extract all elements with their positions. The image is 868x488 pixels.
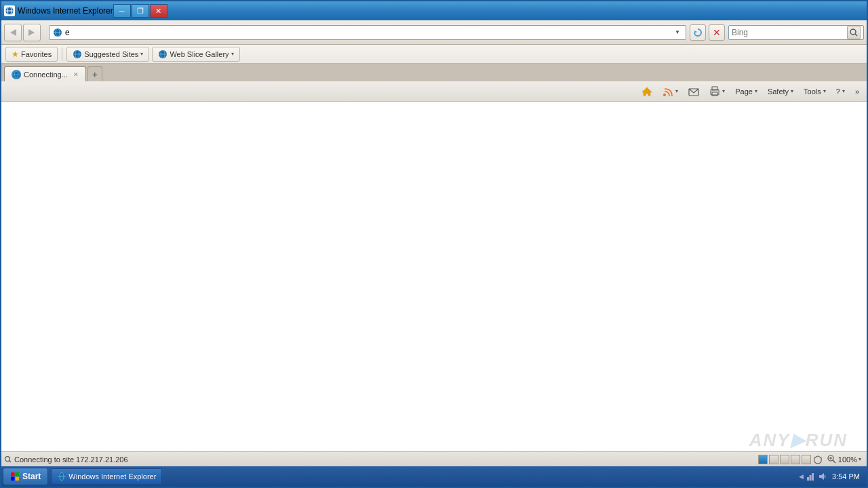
ie-icon: [4, 5, 15, 16]
print-dropdown-icon[interactable]: ▾: [722, 88, 725, 94]
address-input[interactable]: [65, 28, 672, 37]
tools-label: Tools: [804, 87, 821, 96]
star-icon: ★: [12, 49, 19, 59]
start-label: Start: [22, 472, 41, 481]
svg-marker-8: [694, 30, 697, 33]
taskbar-items: Windows Internet Explorer: [51, 468, 796, 485]
help-button[interactable]: ? ▾: [831, 83, 850, 100]
svg-marker-3: [10, 29, 16, 36]
feeds-icon: [663, 86, 673, 97]
svg-rect-41: [812, 473, 814, 481]
page-area: [1, 102, 867, 451]
toolbar: ▾ ▾ Page ▾ Safety ▾ Tools ▾: [1, 81, 867, 102]
status-text-area: Connecting to site 172.217.21.206: [4, 455, 758, 464]
svg-line-10: [855, 34, 857, 36]
start-button[interactable]: Start: [3, 468, 48, 485]
print-button[interactable]: ▾: [705, 83, 730, 100]
svg-point-26: [5, 456, 10, 461]
tab-close-icon[interactable]: ✕: [73, 71, 79, 78]
network-tray-icon[interactable]: [805, 471, 816, 482]
title-controls: ─ ❐ ✕: [113, 4, 167, 18]
security-icon: [814, 455, 822, 464]
home-button[interactable]: [637, 83, 657, 100]
progress-area: [758, 455, 811, 464]
security-zone-button[interactable]: [811, 455, 825, 464]
tab-bar: Connecting... ✕ +: [1, 64, 867, 81]
restore-button[interactable]: ❐: [132, 4, 149, 18]
svg-point-9: [850, 29, 856, 35]
address-ie-icon: [52, 27, 63, 38]
refresh-button[interactable]: [690, 24, 706, 41]
forward-button[interactable]: [23, 24, 41, 41]
favorites-label: Favorites: [21, 50, 52, 58]
title-text: Windows Internet Explorer: [18, 6, 113, 16]
svg-rect-34: [11, 477, 15, 481]
tools-dropdown-icon[interactable]: ▾: [823, 88, 826, 94]
search-container: [728, 25, 864, 40]
mail-icon: [688, 86, 699, 97]
address-bar-container: ▼: [49, 25, 686, 40]
safety-button[interactable]: Safety ▾: [763, 83, 798, 100]
web-slice-dropdown[interactable]: ▾: [231, 51, 234, 57]
stop-button[interactable]: ✕: [709, 24, 725, 41]
web-slice-icon: [158, 49, 167, 59]
progress-seg-3: [780, 455, 789, 464]
svg-marker-4: [28, 29, 35, 36]
tab-label: Connecting...: [24, 70, 68, 79]
active-tab[interactable]: Connecting... ✕: [4, 66, 86, 81]
suggested-sites-dropdown[interactable]: ▾: [140, 51, 143, 57]
ie-taskbar-label: Windows Internet Explorer: [68, 472, 156, 481]
safety-dropdown-icon[interactable]: ▾: [791, 88, 793, 94]
svg-rect-33: [16, 472, 20, 476]
back-button[interactable]: [4, 24, 22, 41]
svg-rect-39: [807, 477, 809, 481]
mail-button[interactable]: [684, 83, 704, 100]
help-label: ?: [836, 87, 840, 96]
suggested-sites-label: Suggested Sites: [84, 50, 138, 58]
search-button[interactable]: [847, 26, 861, 39]
new-tab-button[interactable]: +: [87, 66, 102, 81]
browser-window: Windows Internet Explorer ─ ❐ ✕ ▼: [0, 0, 868, 488]
progress-seg-5: [802, 455, 811, 464]
feeds-dropdown-icon[interactable]: ▾: [675, 88, 678, 94]
status-bar: Connecting to site 172.217.21.206: [1, 451, 867, 466]
svg-line-29: [833, 460, 835, 463]
close-button[interactable]: ✕: [150, 4, 167, 18]
svg-line-27: [9, 460, 12, 462]
search-input[interactable]: [732, 28, 847, 37]
browser-content: Connecting to site 172.217.21.206: [1, 102, 867, 466]
favorites-bar: ★ Favorites Suggested Sites ▾ Web Slice …: [1, 45, 867, 64]
start-logo-icon: [10, 472, 20, 481]
ie-taskbar-icon: [57, 472, 66, 481]
progress-seg-1: [758, 455, 768, 464]
web-slice-gallery-item[interactable]: Web Slice Gallery ▾: [152, 47, 239, 62]
fav-separator: [62, 47, 62, 61]
progress-seg-4: [791, 455, 800, 464]
suggested-sites-item[interactable]: Suggested Sites ▾: [66, 47, 149, 62]
system-clock[interactable]: 3:54 PM: [829, 472, 863, 481]
tab-loading-icon: [12, 70, 21, 79]
svg-rect-40: [810, 475, 812, 481]
zoom-icon: [827, 455, 837, 464]
page-label: Page: [735, 87, 753, 96]
tray-expand-button[interactable]: ◀: [799, 473, 804, 480]
zoom-dropdown[interactable]: ▾: [859, 456, 861, 462]
status-search-icon: [4, 455, 12, 464]
extra-tools-button[interactable]: »: [850, 83, 864, 100]
minimize-button[interactable]: ─: [113, 4, 131, 18]
tools-button[interactable]: Tools ▾: [799, 83, 831, 100]
nav-bar: ▼ ✕: [1, 20, 867, 45]
ie-taskbar-item[interactable]: Windows Internet Explorer: [51, 468, 162, 485]
address-dropdown-button[interactable]: ▼: [672, 26, 683, 39]
page-dropdown-icon[interactable]: ▾: [755, 88, 757, 94]
favorites-button[interactable]: ★ Favorites: [5, 47, 58, 62]
progress-seg-2: [769, 455, 778, 464]
connecting-status: Connecting to site 172.217.21.206: [14, 455, 128, 464]
page-button[interactable]: Page ▾: [730, 83, 762, 100]
help-dropdown-icon[interactable]: ▾: [842, 88, 845, 94]
feeds-button[interactable]: ▾: [658, 83, 683, 100]
zoom-area: 100% ▾: [825, 455, 864, 464]
svg-marker-20: [642, 87, 652, 96]
zoom-level: 100%: [838, 455, 857, 464]
volume-tray-icon[interactable]: [817, 471, 828, 482]
